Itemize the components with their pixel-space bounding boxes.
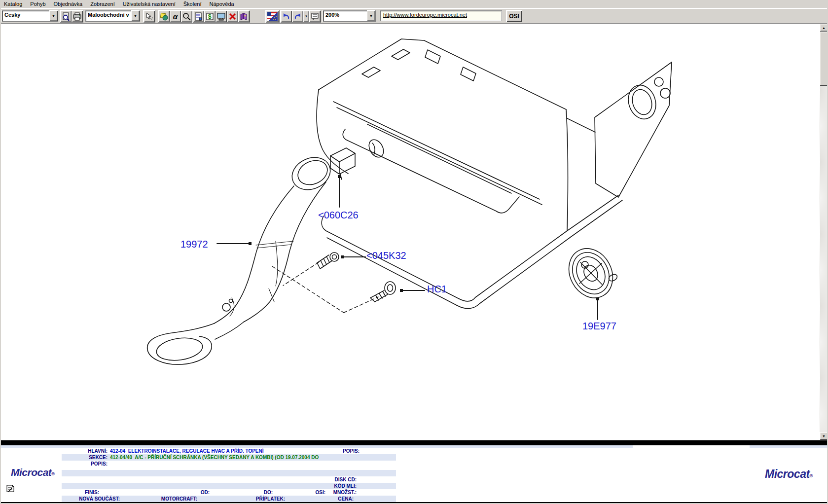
scroll-down-button[interactable]: ▼: [820, 432, 828, 440]
bottom-border: [0, 502, 828, 504]
screen-button[interactable]: [216, 10, 227, 22]
leader-dots: [249, 175, 599, 300]
toolbar: Cesky ▼ Maloobchodní v ▼: [0, 8, 828, 24]
price-icon: $: [206, 12, 214, 21]
catalog-select-value: Maloobchodní v: [85, 10, 131, 21]
language-combo-group: Cesky ▼: [1, 10, 58, 22]
cena-label: CENA:: [308, 496, 354, 502]
triangle-up-icon: ▲: [822, 26, 826, 30]
sekce-label: SEKCE:: [62, 454, 108, 461]
flag-icon: [267, 12, 278, 21]
book-button[interactable]: [238, 10, 250, 22]
pointer-icon: [145, 12, 153, 21]
undo-redo-group: ▼: [280, 10, 310, 23]
part-label-19E977[interactable]: 19E977: [582, 321, 616, 332]
scrollbar-thumb[interactable]: [820, 32, 828, 86]
menu-skoleni[interactable]: Školení: [180, 0, 206, 8]
info-group: $: [192, 10, 250, 23]
svg-text:$: $: [208, 13, 212, 20]
vertical-scrollbar[interactable]: ▲ ▼: [820, 24, 828, 440]
undo-icon: [282, 12, 290, 21]
note-icon: [6, 484, 15, 493]
do-label: DO:: [227, 489, 273, 496]
finis-label: FINIS:: [53, 489, 99, 496]
zoom-select[interactable]: 200% ▼: [323, 10, 375, 21]
glovebox-right-edge: [566, 109, 568, 231]
part-screw-045K32[interactable]: [317, 252, 339, 269]
nova-soucast-label: NOVÁ SOUČÁST:: [62, 496, 120, 502]
url-field[interactable]: http://www.fordeurope.microcat.net: [380, 10, 502, 21]
catalog-select[interactable]: Maloobchodní v ▼: [85, 10, 140, 21]
popis-label-row1: POPIS:: [314, 448, 360, 454]
url-link[interactable]: http://www.fordeurope.microcat.net: [383, 12, 467, 18]
part-grommet-19E977[interactable]: [561, 241, 621, 305]
part-label-045K32[interactable]: <045K32: [366, 250, 406, 261]
region-flag-button[interactable]: [266, 10, 279, 22]
flag-group: [265, 10, 280, 23]
scroll-up-button[interactable]: ▲: [820, 24, 828, 32]
part-label-HC1[interactable]: HC1: [427, 284, 447, 295]
triangle-down-icon: ▼: [822, 434, 826, 438]
menu-zobrazeni[interactable]: Zobrazení: [86, 0, 119, 8]
catalog-combo-group: Maloobchodní v ▼: [85, 10, 140, 22]
chevron-down-icon[interactable]: ▼: [131, 10, 140, 21]
diagram-area: 19972 <060C26 <045K32 HC1 19E977: [0, 24, 828, 440]
alpha-index-button[interactable]: α: [170, 10, 181, 22]
chevron-down-icon[interactable]: ▼: [49, 10, 58, 21]
print-preview-button[interactable]: [60, 10, 72, 22]
graphic-index-icon: [160, 12, 168, 21]
redo-button[interactable]: [292, 10, 303, 22]
language-select[interactable]: Cesky ▼: [2, 10, 58, 21]
parts-list-icon: [194, 12, 203, 21]
zoom-select-value: 200%: [323, 10, 367, 21]
index-group: α: [158, 10, 193, 23]
menu-uzivatelska-nastaveni[interactable]: Uživatelská nastavení: [119, 0, 180, 8]
note-button[interactable]: [6, 484, 15, 495]
menu-objednavka[interactable]: Objednávka: [50, 0, 87, 8]
leader-lines: [217, 177, 598, 320]
delete-icon: [228, 12, 237, 21]
parts-diagram[interactable]: [0, 24, 820, 440]
pointer-button[interactable]: [144, 10, 155, 22]
part-info-panel: HLAVNÍ: 412-04 ELEKTROINSTALACE, REGULAC…: [0, 445, 828, 504]
price-button[interactable]: $: [204, 10, 216, 22]
part-label-19972[interactable]: 19972: [180, 239, 208, 250]
language-select-value: Cesky: [2, 10, 49, 21]
print-group: [60, 10, 83, 23]
menu-pohyb[interactable]: Pohyb: [26, 0, 49, 8]
hlavni-label: HLAVNÍ:: [62, 448, 108, 454]
notes-button[interactable]: [309, 10, 321, 22]
print-preview-icon: [62, 12, 70, 21]
book-icon: [240, 12, 248, 21]
undo-button[interactable]: [281, 10, 292, 22]
osi-group: OSI: [506, 10, 522, 22]
part-duct-19972[interactable]: [147, 151, 336, 364]
osi-button[interactable]: OSI: [506, 10, 522, 22]
search-icon: [182, 12, 191, 21]
part-label-060C26[interactable]: <060C26: [318, 210, 359, 221]
redo-icon: [293, 12, 302, 21]
chevron-down-icon[interactable]: ▼: [367, 10, 375, 21]
registered-mark: ®: [810, 473, 813, 478]
row-stripe: [62, 470, 396, 476]
part-screw-HC1[interactable]: [370, 282, 396, 302]
parts-list-button[interactable]: [193, 10, 204, 22]
screen-icon: [217, 12, 225, 21]
print-button[interactable]: [72, 10, 83, 22]
menu-napoveda[interactable]: Nápověda: [205, 0, 238, 8]
menu-katalog[interactable]: Katalog: [0, 0, 26, 8]
microcat-logo-text: Microcat: [765, 468, 810, 480]
delete-button[interactable]: [227, 10, 238, 22]
microcat-logo-right: Microcat®: [765, 468, 813, 481]
menu-bar: Katalog Pohyb Objednávka Zobrazení Uživa…: [0, 0, 828, 8]
assembly-dashed-lines: [272, 262, 378, 313]
kod-mli-label: KÓD MLI:: [311, 483, 357, 489]
popis-label-row3: POPIS:: [62, 461, 108, 467]
search-button[interactable]: [181, 10, 192, 22]
od-label: OD:: [164, 489, 210, 496]
graphic-index-button[interactable]: [158, 10, 170, 22]
notes-icon: [311, 12, 319, 21]
mnozst-label: MNOŽST.:: [311, 489, 357, 496]
zoom-combo-group: 200% ▼: [323, 10, 376, 22]
hlavni-value: 412-04 ELEKTROINSTALACE, REGULACE HVAC A…: [110, 448, 264, 454]
